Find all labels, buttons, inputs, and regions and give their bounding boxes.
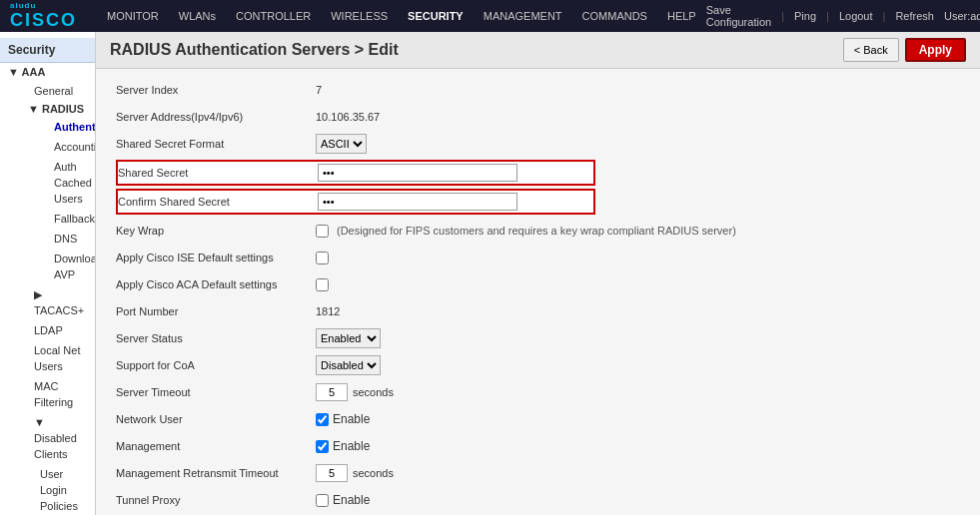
server-timeout-row: Server Timeout seconds [116,381,960,403]
sidebar-item-aaa[interactable]: ▼ AAA [0,63,95,81]
key-wrap-row: Key Wrap (Designed for FIPS customers an… [116,220,960,242]
shared-secret-format-label: Shared Secret Format [116,138,316,150]
server-address-value: 10.106.35.67 [316,111,380,123]
nav-controller[interactable]: CONTROLLER [226,0,321,32]
network-user-checkbox[interactable] [316,413,329,426]
header-buttons: < Back Apply [843,38,966,62]
sidebar-item-mac-filtering[interactable]: MAC Filtering [14,376,95,412]
shared-secret-input[interactable] [318,164,517,182]
apply-button[interactable]: Apply [905,38,966,62]
sidebar-item-disabled-clients[interactable]: ▼ Disabled Clients [14,412,95,464]
nav-commands[interactable]: COMMANDS [572,0,657,32]
shared-secret-format-select[interactable]: ASCII Hex [316,134,367,154]
logout-link[interactable]: Logout [839,10,873,22]
tunnel-proxy-row: Tunnel Proxy Enable [116,489,960,511]
sidebar-section-title: Security [0,38,95,63]
key-wrap-checkbox[interactable] [316,225,329,238]
topbar: aludu CISCO MONITOR WLANs CONTROLLER WIR… [0,0,980,32]
server-index-row: Server Index 7 [116,79,960,101]
server-timeout-input[interactable] [316,383,348,401]
sidebar-item-local-net-users[interactable]: Local Net Users [14,340,95,376]
network-user-row: Network User Enable [116,408,960,430]
server-address-label: Server Address(Ipv4/Ipv6) [116,111,316,123]
server-status-select[interactable]: Enabled Disabled [316,328,381,348]
main-layout: Security ▼ AAA General ▼ RADIUS Authenti… [0,32,980,515]
management-checkbox-row: Enable [316,439,370,453]
save-configuration-link[interactable]: Save Configuration [706,4,771,28]
tunnel-proxy-checkbox-row: Enable [316,493,370,507]
topbar-actions: Save Configuration | Ping | Logout | Ref… [706,4,980,29]
nav-monitor[interactable]: MONITOR [97,0,169,32]
page-title: RADIUS Authentication Servers > Edit [110,41,399,59]
nav-wlans[interactable]: WLANs [169,0,226,32]
nav-management[interactable]: MANAGEMENT [474,0,572,32]
topbar-nav: aludu CISCO MONITOR WLANs CONTROLLER WIR… [10,0,706,32]
sidebar-item-auth-cached-users[interactable]: Auth Cached Users [28,157,95,209]
management-label: Management [116,440,316,452]
sidebar-group-aaa: ▼ AAA General ▼ RADIUS Authentication Ac… [0,63,95,515]
server-status-row: Server Status Enabled Disabled [116,327,960,349]
sidebar-item-fallback[interactable]: Fallback [28,209,95,229]
key-wrap-description: (Designed for FIPS customers and require… [337,225,736,237]
server-timeout-label: Server Timeout [116,386,316,398]
content-header: RADIUS Authentication Servers > Edit < B… [96,32,980,69]
support-coa-select[interactable]: Disabled Enabled [316,355,381,375]
sidebar-item-accounting[interactable]: Accounting [28,137,95,157]
sidebar-item-downloaded-avp[interactable]: Downloaded AVP [28,249,95,284]
management-checkbox[interactable] [316,440,329,453]
server-index-value: 7 [316,84,322,96]
user-info: User:admin(ReadWrite) [944,10,980,22]
confirm-shared-secret-input[interactable] [318,193,517,211]
nav-help[interactable]: HELP [657,0,706,32]
apply-cisco-ise-checkbox[interactable] [316,252,329,264]
mgmt-retransmit-row: Management Retransmit Timeout seconds [116,462,960,484]
sidebar-sub-aaa: General ▼ RADIUS Authentication Accounti… [0,81,95,515]
key-wrap-label: Key Wrap [116,225,316,237]
apply-cisco-ise-row: Apply Cisco ISE Default settings [116,247,960,268]
tunnel-proxy-enable-label: Enable [333,493,370,507]
sidebar-item-tacacs[interactable]: ▶ TACACS+ [14,284,95,320]
server-timeout-unit: seconds [353,386,394,398]
server-index-label: Server Index [116,84,316,96]
sidebar-item-ldap[interactable]: LDAP [14,320,95,340]
management-enable-label: Enable [333,439,370,453]
key-wrap-checkbox-row: (Designed for FIPS customers and require… [316,225,736,238]
form-area: Server Index 7 Server Address(Ipv4/Ipv6)… [96,69,980,515]
mgmt-retransmit-input[interactable] [316,464,348,482]
cisco-logo: aludu CISCO [10,1,77,31]
nav-wireless[interactable]: WIRELESS [321,0,398,32]
network-user-checkbox-row: Enable [316,412,370,426]
network-user-enable-label: Enable [333,412,370,426]
confirm-shared-secret-highlighted-container: Confirm Shared Secret [116,189,595,215]
apply-cisco-aca-row: Apply Cisco ACA Default settings [116,273,960,295]
tunnel-proxy-label: Tunnel Proxy [116,494,316,506]
refresh-link[interactable]: Refresh [895,10,934,22]
tunnel-proxy-checkbox[interactable] [316,494,329,507]
support-coa-row: Support for CoA Disabled Enabled [116,354,960,376]
sidebar-sub-radius: Authentication Accounting Auth Cached Us… [14,117,95,284]
sidebar-item-authentication[interactable]: Authentication [28,117,95,137]
sidebar-item-user-login-policies[interactable]: User Login Policies [14,464,95,515]
mgmt-retransmit-label: Management Retransmit Timeout [116,467,316,479]
port-number-row: Port Number 1812 [116,300,960,322]
apply-cisco-aca-label: Apply Cisco ACA Default settings [116,278,316,290]
apply-cisco-ise-label: Apply Cisco ISE Default settings [116,252,316,263]
back-button[interactable]: < Back [843,38,899,62]
nav-security[interactable]: SECURITY [398,0,474,32]
ping-link[interactable]: Ping [794,10,816,22]
shared-secret-highlighted-container: Shared Secret [116,160,595,186]
sidebar-item-general[interactable]: General [14,81,95,101]
shared-secret-format-row: Shared Secret Format ASCII Hex [116,133,960,155]
mgmt-retransmit-unit: seconds [353,467,394,479]
apply-cisco-aca-checkbox[interactable] [316,278,329,291]
server-address-row: Server Address(Ipv4/Ipv6) 10.106.35.67 [116,106,960,128]
port-number-label: Port Number [116,305,316,317]
port-number-value: 1812 [316,305,340,317]
content-area: RADIUS Authentication Servers > Edit < B… [96,32,980,515]
sidebar-item-dns[interactable]: DNS [28,229,95,249]
shared-secret-label: Shared Secret [118,167,318,179]
support-coa-label: Support for CoA [116,359,316,371]
network-user-label: Network User [116,413,316,425]
management-row: Management Enable [116,435,960,457]
sidebar-item-radius[interactable]: ▼ RADIUS [14,101,95,117]
